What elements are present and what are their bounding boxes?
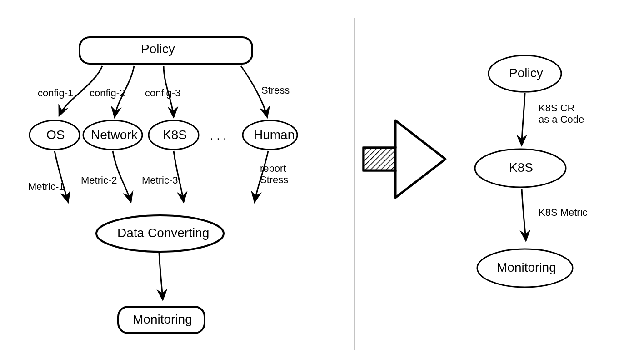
edge-metric2: Metric-2 <box>81 175 117 186</box>
dots: . . . <box>210 129 226 143</box>
edge-metric3: Metric-3 <box>142 175 178 186</box>
monitoring-label-left: Monitoring <box>133 312 192 327</box>
edge-metric1: Metric-1 <box>28 181 64 192</box>
monitoring-label-right: Monitoring <box>497 260 556 275</box>
k8s-label-right: K8S <box>509 160 533 175</box>
edge-report-stress: report Stress <box>260 163 288 186</box>
edge-k8s-cr: K8S CR as a Code <box>539 102 584 125</box>
data-converting-label: Data Converting <box>117 226 209 240</box>
k8s-label-left: K8S <box>163 128 187 142</box>
policy-label-right: Policy <box>509 66 543 80</box>
os-label: OS <box>46 128 65 142</box>
edge-stress: Stress <box>261 85 290 96</box>
big-arrow-icon <box>364 120 445 198</box>
edge-config2: config-2 <box>90 87 125 99</box>
edge-k8s-metric: K8S Metric <box>539 207 588 218</box>
network-label: Network <box>91 128 138 142</box>
edge-config1: config-1 <box>38 87 73 99</box>
edge-config3: config-3 <box>145 87 180 99</box>
policy-label-left: Policy <box>141 42 175 56</box>
human-label: Human <box>254 128 295 142</box>
